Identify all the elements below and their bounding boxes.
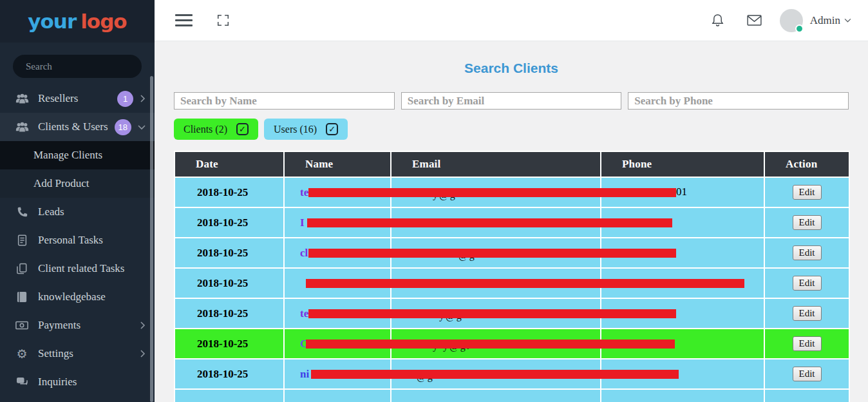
sidebar-menu: Resellers 1 Clients & Users 18 Manage Cl… (0, 84, 155, 396)
email-text-fragment: y@g (439, 318, 463, 323)
money-icon (14, 321, 30, 330)
table-body: 2018-10-25tey@g01Edit2018-10-25I-Edit201… (175, 177, 849, 402)
table-row: 2018-10-25tey@g01Edit (175, 177, 849, 207)
redaction-bar (308, 249, 676, 258)
logo: your logo (0, 0, 155, 43)
action-cell: Edit (764, 207, 849, 238)
table-row: 2018-10-25I-Edit (175, 207, 849, 238)
date-cell: 2018-10-25 (175, 298, 284, 329)
action-cell: Edit (764, 359, 849, 389)
clients-filter-pill[interactable]: Clients (2) ✓ (174, 119, 258, 140)
email-cell (391, 389, 601, 402)
sidebar-item-payments[interactable]: Payments (0, 311, 155, 340)
table-header-row: Date Name Email Phone Action (175, 151, 849, 177)
redaction-bar (308, 309, 676, 318)
user-avatar[interactable] (780, 9, 803, 32)
sidebar-item-leads[interactable]: Leads (0, 198, 155, 226)
name-link-fragment[interactable]: te (300, 186, 308, 198)
email-text-fragment: y y@g. (433, 349, 471, 353)
name-link-fragment[interactable]: ni (300, 368, 309, 380)
edit-button[interactable]: Edit (793, 215, 822, 230)
sidebar-item-label: Leads (38, 206, 64, 218)
edit-button[interactable]: Edit (793, 367, 822, 381)
phone-text-fragment: 01 (676, 186, 687, 198)
table-row (175, 389, 849, 402)
fullscreen-icon[interactable] (217, 14, 229, 26)
email-text-fragment: @g (417, 379, 434, 383)
name-cell (284, 389, 391, 402)
name-cell: ni (284, 359, 391, 389)
edit-button[interactable]: Edit (793, 276, 822, 291)
resellers-count-badge: 1 (117, 91, 133, 107)
redaction-bar (306, 279, 744, 288)
sidebar-item-personal-tasks[interactable]: Personal Tasks (0, 226, 155, 254)
chat-icon (14, 377, 30, 387)
edit-button[interactable]: Edit (793, 336, 822, 351)
header-email: Email (391, 151, 601, 177)
sidebar-item-client-related-tasks[interactable]: Client related Tasks (0, 254, 155, 283)
logo-text-your: your (28, 10, 76, 33)
clients-checkbox[interactable]: ✓ (236, 123, 249, 135)
topbar-right: Admin (688, 9, 851, 32)
date-cell: 2018-10-25 (175, 207, 284, 238)
clients-table: Date Name Email Phone Action 2018-10-25t… (174, 151, 850, 402)
name-cell: te (284, 298, 391, 329)
users-checkbox[interactable]: ✓ (326, 123, 338, 135)
users-icon (14, 93, 30, 104)
sidebar-item-label: knowledgebase (38, 291, 106, 303)
user-name[interactable]: Admin (810, 14, 840, 27)
phone-cell (601, 389, 764, 402)
sidebar-item-inquiries[interactable]: Inquiries (0, 368, 155, 396)
date-cell (175, 389, 284, 402)
header-name: Name (284, 151, 391, 177)
users-icon (14, 122, 30, 132)
sidebar-item-label: Clients & Users (38, 120, 108, 133)
topbar: Admin (155, 0, 868, 41)
online-status-dot (795, 24, 804, 33)
date-cell: 2018-10-25 (175, 268, 284, 298)
table-row: 2018-10-25Cy y@g.Edit (175, 329, 849, 359)
chevron-right-icon (140, 95, 146, 102)
edit-button[interactable]: Edit (793, 245, 822, 260)
redaction-bar (308, 188, 676, 197)
book-icon (14, 291, 30, 303)
chevron-down-icon[interactable] (844, 18, 851, 23)
name-cell (284, 268, 391, 298)
sidebar-scrollbar[interactable] (150, 76, 153, 402)
search-by-phone-input[interactable] (628, 92, 849, 110)
sidebar-item-add-product[interactable]: Add Product (0, 169, 155, 198)
sidebar-item-manage-clients[interactable]: Manage Clients (0, 141, 155, 169)
logo-text-logo: logo (80, 10, 126, 33)
name-link-fragment[interactable]: cl (300, 247, 308, 259)
mail-icon[interactable] (747, 15, 762, 26)
chevron-right-icon (140, 350, 146, 358)
email-text-fragment: - (449, 227, 453, 232)
notifications-bell-icon[interactable] (712, 14, 724, 27)
search-by-email-input[interactable] (401, 92, 622, 110)
date-cell: 2018-10-25 (175, 359, 284, 389)
hamburger-menu-icon[interactable] (175, 14, 193, 26)
action-cell: Edit (764, 177, 849, 207)
sidebar-search-input[interactable]: Search (13, 55, 142, 78)
page-title: Search Clients (174, 61, 849, 76)
name-link-fragment[interactable]: te (300, 307, 308, 320)
name-link-fragment[interactable]: I (300, 216, 305, 229)
clients-filter-label: Clients (2) (184, 124, 227, 135)
edit-button[interactable]: Edit (793, 306, 822, 321)
header-date: Date (175, 151, 284, 177)
date-cell: 2018-10-25 (175, 329, 284, 359)
sidebar-item-settings[interactable]: ⚙ Settings (0, 340, 155, 368)
name-cell: cl (284, 238, 391, 268)
sidebar-item-label: Client related Tasks (38, 262, 124, 275)
sidebar-item-resellers[interactable]: Resellers 1 (0, 84, 155, 113)
sidebar-item-clients-users[interactable]: Clients & Users 18 (0, 113, 155, 141)
table-row: 2018-10-25cl@gEdit (175, 238, 849, 268)
type-filters: Clients (2) ✓ Users (16) ✓ (174, 119, 849, 140)
users-filter-pill[interactable]: Users (16) ✓ (264, 119, 348, 140)
date-cell: 2018-10-25 (175, 238, 284, 268)
email-text-fragment: @g (458, 258, 476, 262)
search-by-name-input[interactable] (174, 92, 395, 110)
sidebar-item-knowledgebase[interactable]: knowledgebase (0, 283, 155, 311)
edit-button[interactable]: Edit (793, 185, 822, 200)
email-text-fragment: y@g (433, 197, 457, 202)
